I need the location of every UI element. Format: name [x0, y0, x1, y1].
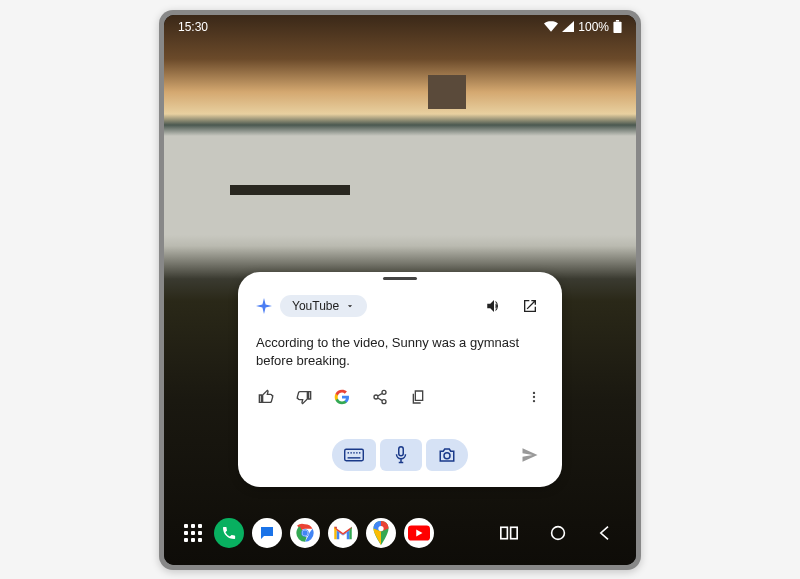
device-frame: 15:30 100% YouTube: [159, 10, 641, 570]
context-chip-youtube[interactable]: YouTube: [280, 295, 367, 317]
app-phone[interactable]: [214, 518, 244, 548]
svg-rect-1: [616, 20, 619, 22]
camera-input-button[interactable]: [426, 439, 468, 471]
app-maps[interactable]: [366, 518, 396, 548]
signal-icon: [562, 21, 574, 32]
app-youtube[interactable]: [404, 518, 434, 548]
assistant-card: YouTube According to the video, Sunny wa…: [238, 272, 562, 486]
input-row: [256, 439, 544, 471]
more-menu-button[interactable]: [524, 387, 544, 407]
app-drawer-button[interactable]: [180, 520, 206, 546]
sparkle-icon: [256, 298, 272, 314]
svg-rect-6: [348, 457, 361, 458]
svg-rect-21: [511, 527, 518, 538]
nav-recents[interactable]: [500, 526, 518, 540]
svg-rect-7: [348, 452, 349, 453]
card-header: YouTube: [256, 292, 544, 320]
chevron-down-icon: [345, 301, 355, 311]
keyboard-input-button[interactable]: [332, 439, 376, 471]
svg-point-22: [552, 526, 565, 539]
svg-point-18: [378, 525, 383, 530]
battery-icon: [613, 20, 622, 33]
svg-rect-11: [359, 452, 360, 453]
input-mode-group: [332, 439, 468, 471]
voice-input-button[interactable]: [380, 439, 422, 471]
svg-rect-0: [613, 22, 621, 33]
svg-rect-5: [345, 449, 364, 460]
send-button[interactable]: [516, 441, 544, 469]
battery-percent: 100%: [578, 20, 609, 34]
chip-label: YouTube: [292, 299, 339, 313]
thumbs-down-button[interactable]: [294, 387, 314, 407]
svg-point-4: [533, 399, 535, 401]
assistant-response-text: According to the video, Sunny was a gymn…: [256, 334, 544, 370]
google-search-button[interactable]: [332, 387, 352, 407]
app-messages[interactable]: [252, 518, 282, 548]
svg-point-3: [533, 395, 535, 397]
drag-handle[interactable]: [383, 277, 417, 280]
video-content: [230, 185, 350, 195]
thumbs-up-button[interactable]: [256, 387, 276, 407]
nav-back[interactable]: [598, 525, 610, 541]
status-time: 15:30: [178, 20, 208, 34]
svg-rect-12: [399, 446, 404, 455]
status-bar: 15:30 100%: [164, 15, 636, 39]
speaker-button[interactable]: [480, 292, 508, 320]
video-content: [428, 75, 466, 109]
svg-rect-9: [353, 452, 354, 453]
wifi-icon: [544, 21, 558, 32]
copy-button[interactable]: [408, 387, 428, 407]
svg-point-17: [302, 530, 307, 535]
nav-keys: [500, 525, 620, 541]
app-gmail[interactable]: [328, 518, 358, 548]
svg-rect-20: [501, 527, 508, 538]
svg-rect-8: [350, 452, 351, 453]
taskbar: [172, 511, 628, 555]
response-actions: [256, 387, 544, 407]
app-chrome[interactable]: [290, 518, 320, 548]
svg-point-13: [444, 452, 450, 458]
screen: 15:30 100% YouTube: [164, 15, 636, 565]
share-button[interactable]: [370, 387, 390, 407]
status-right: 100%: [544, 20, 622, 34]
open-external-button[interactable]: [516, 292, 544, 320]
nav-home[interactable]: [550, 525, 566, 541]
svg-point-2: [533, 391, 535, 393]
svg-rect-10: [356, 452, 357, 453]
taskbar-apps: [180, 518, 434, 548]
